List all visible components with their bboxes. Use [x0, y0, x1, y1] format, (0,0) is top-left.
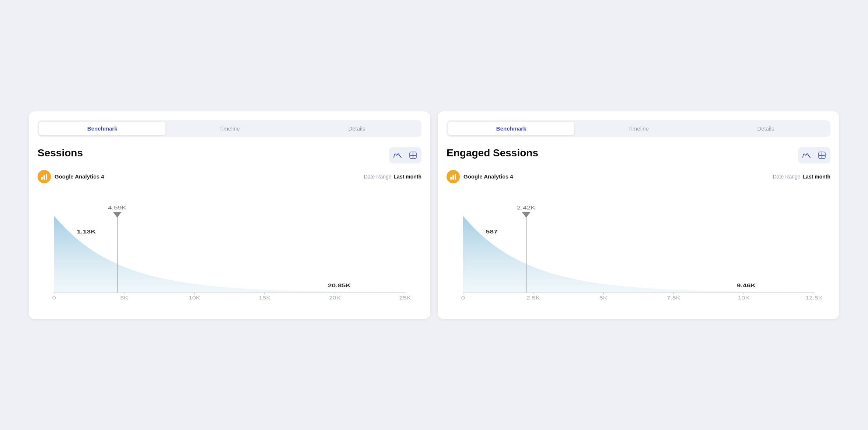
tab-details-1[interactable]: Details: [703, 122, 829, 135]
tab-benchmark-1[interactable]: Benchmark: [448, 122, 574, 135]
chart-svg-0: 05K10K15K20K25K4.59K1.13K20.85K: [38, 192, 421, 310]
svg-rect-28: [452, 175, 454, 180]
svg-text:5K: 5K: [120, 295, 129, 300]
date-range-1: Date RangeLast month: [773, 174, 830, 180]
svg-text:25K: 25K: [399, 295, 411, 300]
svg-text:587: 587: [486, 229, 498, 235]
tab-timeline-0[interactable]: Timeline: [166, 122, 293, 135]
svg-text:2.5K: 2.5K: [526, 295, 540, 300]
svg-text:4.59K: 4.59K: [108, 205, 127, 211]
svg-rect-3: [41, 177, 43, 180]
svg-text:20K: 20K: [329, 295, 341, 300]
bell-curve-button-0[interactable]: [391, 149, 405, 162]
card-title-1: Engaged Sessions: [447, 147, 538, 159]
page-wrapper: BenchmarkTimelineDetailsSessions Google …: [29, 111, 839, 319]
bell-curve-button-1[interactable]: [799, 149, 813, 162]
svg-rect-4: [43, 175, 45, 180]
card-title-0: Sessions: [38, 147, 83, 159]
sessions-card: BenchmarkTimelineDetailsSessions Google …: [29, 111, 430, 319]
chart-svg-1: 02.5K5K7.5K10K12.5K2.42K5879.46K: [447, 192, 830, 310]
chart-container-1: 02.5K5K7.5K10K12.5K2.42K5879.46K: [447, 192, 830, 310]
tabs-1: BenchmarkTimelineDetails: [447, 120, 830, 137]
icon-buttons-0: [389, 147, 421, 163]
svg-rect-27: [450, 177, 452, 180]
tabs-0: BenchmarkTimelineDetails: [38, 120, 421, 137]
chart-container-0: 05K10K15K20K25K4.59K1.13K20.85K: [38, 192, 421, 310]
svg-text:15K: 15K: [259, 295, 270, 300]
source-left-0: Google Analytics 4: [38, 170, 104, 183]
svg-rect-5: [46, 174, 47, 180]
card-header-1: Engaged Sessions: [447, 147, 830, 163]
svg-rect-29: [455, 174, 456, 180]
svg-text:10K: 10K: [738, 295, 750, 300]
svg-text:0: 0: [52, 295, 56, 300]
svg-text:12.5K: 12.5K: [805, 295, 823, 300]
engaged-sessions-card: BenchmarkTimelineDetailsEngaged Sessions…: [438, 111, 839, 319]
source-icon-1: [447, 170, 460, 183]
source-row-0: Google Analytics 4Date RangeLast month: [38, 170, 421, 183]
source-name-1: Google Analytics 4: [463, 173, 513, 180]
svg-text:1.13K: 1.13K: [77, 229, 96, 235]
svg-text:2.42K: 2.42K: [517, 205, 536, 211]
source-icon-0: [38, 170, 51, 183]
chart-area-1: [463, 216, 814, 292]
svg-marker-20: [113, 212, 122, 218]
svg-text:10K: 10K: [189, 295, 200, 300]
source-row-1: Google Analytics 4Date RangeLast month: [447, 170, 830, 183]
svg-text:7.5K: 7.5K: [667, 295, 680, 300]
add-button-0[interactable]: [406, 149, 420, 162]
svg-text:5K: 5K: [599, 295, 608, 300]
source-name-0: Google Analytics 4: [55, 173, 104, 180]
source-left-1: Google Analytics 4: [447, 170, 513, 183]
tab-benchmark-0[interactable]: Benchmark: [39, 122, 165, 135]
date-range-0: Date RangeLast month: [364, 174, 421, 180]
tab-timeline-1[interactable]: Timeline: [575, 122, 701, 135]
svg-text:9.46K: 9.46K: [737, 283, 756, 289]
card-header-0: Sessions: [38, 147, 421, 163]
add-button-1[interactable]: [815, 149, 829, 162]
icon-buttons-1: [798, 147, 830, 163]
svg-marker-44: [522, 212, 531, 218]
svg-text:0: 0: [461, 295, 465, 300]
svg-text:20.85K: 20.85K: [328, 283, 351, 289]
tab-details-0[interactable]: Details: [294, 122, 420, 135]
chart-area-0: [54, 216, 405, 292]
